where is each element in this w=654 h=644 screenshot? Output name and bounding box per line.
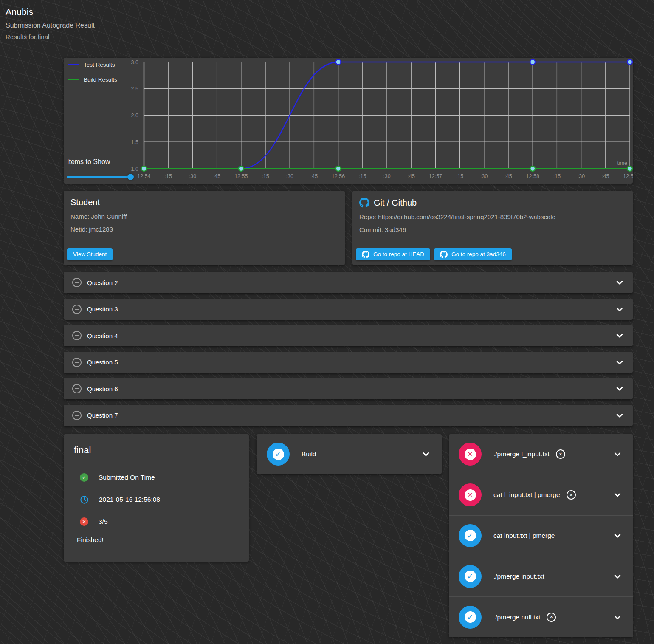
student-card: Student Name: John Cunniff Netid: jmc128… [64, 191, 345, 265]
chevron-down-icon[interactable] [612, 449, 623, 460]
build-panel[interactable]: ✓ Build [257, 434, 442, 474]
test-result-row[interactable]: ✕ ./pmerge l_input.txt ✕ [449, 434, 633, 475]
svg-text::30: :30 [480, 173, 488, 179]
svg-text:2.0: 2.0 [131, 113, 138, 119]
chevron-down-icon[interactable] [614, 383, 625, 394]
question-label: Question 5 [87, 359, 118, 366]
check-circle-icon: ✓ [273, 449, 284, 460]
finished-status-text: Finished! [77, 536, 249, 544]
submitted-on-time-row: ✓ Submitted On Time [64, 466, 249, 489]
svg-text::15: :15 [456, 173, 463, 179]
items-to-show-slider[interactable] [67, 173, 134, 181]
slider-track[interactable] [67, 176, 130, 178]
svg-text::15: :15 [553, 173, 561, 179]
submission-time-row: 2021-05-16 12:56:08 [64, 489, 249, 511]
legend-label: Build Results [84, 76, 117, 83]
test-status-avatar: ✓ [459, 606, 482, 629]
question-label: Question 7 [87, 412, 118, 419]
test-status-avatar: ✕ [459, 483, 482, 506]
svg-text:3.0: 3.0 [131, 59, 138, 65]
circle-x-icon: ✕ [567, 490, 576, 500]
git-card: Git / Github Repo: https://github.com/os… [352, 191, 633, 265]
check-circle-icon: ✓ [80, 473, 88, 482]
svg-text:12:58: 12:58 [526, 173, 539, 179]
commit-line: Commit: 3ad346 [359, 226, 626, 233]
go-to-repo-commit-label: Go to repo at 3ad346 [451, 251, 506, 257]
items-to-show-label: Items to Show [67, 158, 110, 166]
chevron-down-icon[interactable] [612, 571, 623, 582]
test-status-avatar: ✓ [459, 524, 482, 547]
svg-text::45: :45 [408, 173, 415, 179]
question-accordion-row[interactable]: Question 5 [64, 352, 633, 373]
github-icon [359, 198, 369, 208]
question-accordion-row[interactable]: Question 4 [64, 325, 633, 346]
minus-circle-icon [72, 384, 82, 393]
question-accordion-row[interactable]: Question 6 [64, 378, 633, 399]
chevron-down-icon[interactable] [612, 530, 623, 541]
chevron-down-icon[interactable] [612, 612, 623, 623]
svg-text::30: :30 [189, 173, 196, 179]
legend-swatch [68, 64, 79, 65]
test-label: cat l_input.txt | pmerge [493, 491, 560, 499]
svg-text::45: :45 [505, 173, 512, 179]
results-line-chart: 1.01.52.02.53.012:54:15:30:4512:55:15:30… [64, 58, 633, 184]
build-label: Build [302, 450, 316, 458]
build-status-avatar: ✓ [267, 443, 290, 466]
chevron-down-icon[interactable] [614, 357, 625, 368]
go-to-repo-commit-button[interactable]: Go to repo at 3ad346 [434, 248, 512, 260]
cancel-circle-icon: ✕ [80, 517, 88, 526]
slider-thumb[interactable] [127, 174, 134, 180]
svg-text:12:54: 12:54 [137, 173, 150, 179]
svg-text:12:55: 12:55 [234, 173, 248, 179]
svg-text::15: :15 [359, 173, 366, 179]
test-status-icon: ✓ [465, 611, 476, 623]
test-result-row[interactable]: ✓ ./pmerge input.txt [449, 556, 633, 597]
chart-legend: Test ResultsBuild Results [68, 61, 117, 91]
test-label: ./pmerge l_input.txt [493, 450, 550, 458]
chevron-down-icon[interactable] [614, 330, 625, 341]
submitted-on-time-text: Submitted On Time [99, 474, 155, 481]
page-subtitle: Submission Autograde Result [6, 22, 95, 29]
minus-circle-icon [72, 278, 82, 287]
minus-circle-icon [72, 358, 82, 367]
questions-list: Question 2 Question 3 Question 4 Questio… [64, 272, 633, 426]
minus-circle-icon [72, 305, 82, 314]
svg-text::15: :15 [262, 173, 269, 179]
clock-icon [80, 495, 89, 504]
chevron-down-icon[interactable] [614, 304, 625, 315]
chevron-down-icon[interactable] [614, 410, 625, 421]
chevron-down-icon[interactable] [614, 277, 625, 288]
view-student-button[interactable]: View Student [67, 248, 113, 260]
question-accordion-row[interactable]: Question 3 [64, 299, 633, 320]
chevron-down-icon[interactable] [612, 489, 623, 500]
student-netid-line: Netid: jmc1283 [70, 226, 338, 233]
legend-item[interactable]: Build Results [68, 76, 117, 83]
test-result-row[interactable]: ✓ cat input.txt | pmerge [449, 516, 633, 556]
svg-text:1.5: 1.5 [131, 139, 138, 145]
svg-text:1.0: 1.0 [131, 166, 138, 172]
test-result-row[interactable]: ✕ cat l_input.txt | pmerge ✕ [449, 475, 633, 516]
go-to-repo-head-label: Go to repo at HEAD [373, 251, 424, 257]
test-result-row[interactable]: ✓ ./pmerge null.txt ✕ [449, 597, 633, 637]
github-icon [440, 251, 448, 258]
legend-item[interactable]: Test Results [68, 61, 117, 68]
question-accordion-row[interactable]: Question 2 [64, 272, 633, 293]
student-name-line: Name: John Cunniff [70, 213, 338, 220]
question-label: Question 6 [87, 385, 118, 393]
svg-text:2.5: 2.5 [131, 86, 138, 92]
legend-swatch [68, 79, 79, 80]
app-title: Anubis [6, 7, 95, 17]
svg-text::45: :45 [213, 173, 220, 179]
git-card-title: Git / Github [374, 198, 417, 208]
score-row: ✕ 3/5 [64, 511, 249, 533]
svg-text:time: time [617, 160, 627, 166]
chevron-down-icon[interactable] [420, 449, 431, 460]
circle-x-icon: ✕ [547, 613, 556, 622]
svg-text::30: :30 [286, 173, 293, 179]
question-accordion-row[interactable]: Question 7 [64, 405, 633, 426]
test-status-icon: ✕ [465, 489, 476, 501]
divider [77, 463, 236, 463]
final-summary-card: final ✓ Submitted On Time 2021-05-16 12:… [64, 434, 249, 562]
go-to-repo-head-button[interactable]: Go to repo at HEAD [356, 248, 430, 260]
svg-text::15: :15 [165, 173, 172, 179]
